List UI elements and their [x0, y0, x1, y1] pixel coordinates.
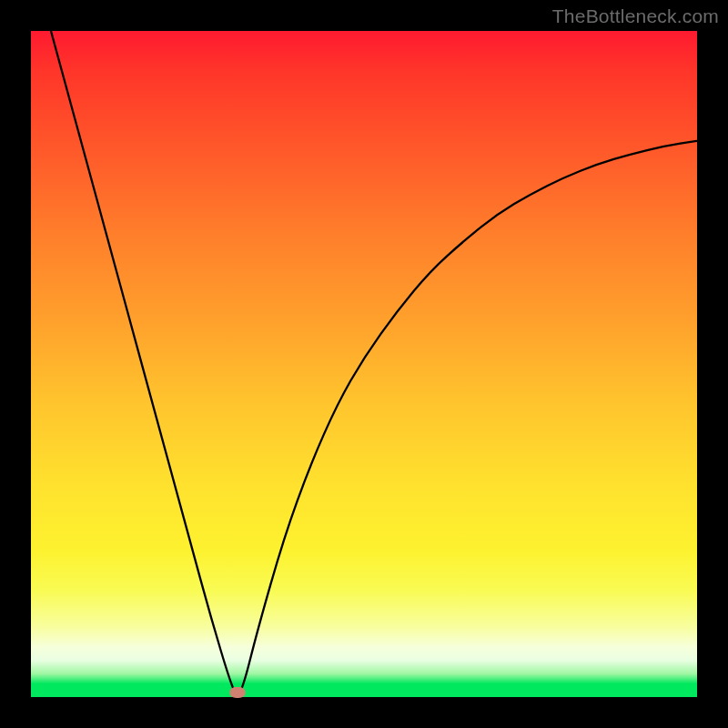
watermark-text: TheBottleneck.com: [552, 5, 719, 27]
optimum-marker: [229, 687, 245, 698]
chart-frame: TheBottleneck.com: [0, 0, 728, 728]
bottleneck-curve: [31, 31, 697, 697]
plot-area: [31, 31, 697, 697]
